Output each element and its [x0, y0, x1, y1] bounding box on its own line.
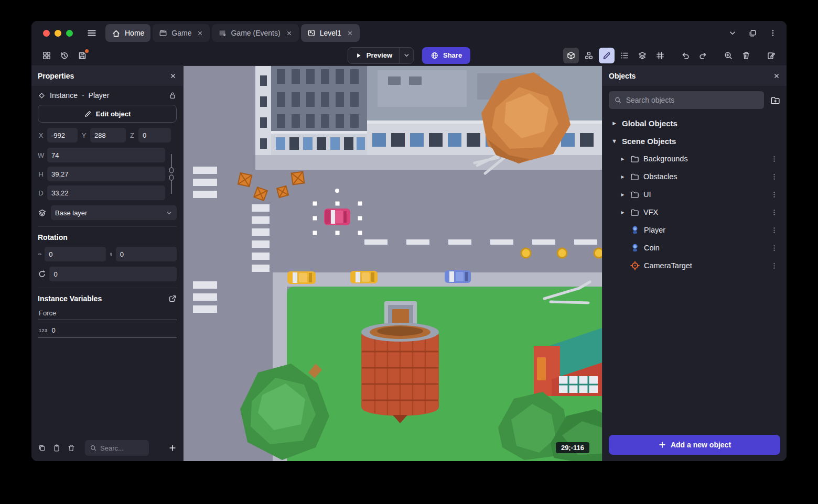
close-window-button[interactable] — [43, 30, 50, 37]
titlebar-right-controls — [728, 29, 777, 38]
folder-backgrounds[interactable]: ▸ Backgrounds — [607, 150, 782, 168]
maximize-window-button[interactable] — [66, 30, 73, 37]
size-rows: W H D — [38, 148, 177, 200]
tab-label: Game (Events) — [231, 29, 280, 37]
zoom-in-button[interactable] — [720, 48, 736, 63]
width-input[interactable] — [47, 148, 165, 162]
tab-close-icon[interactable] — [347, 30, 353, 37]
toolbar-right — [563, 48, 779, 63]
edit-object-button[interactable]: Edit object — [38, 105, 177, 123]
copy-icon[interactable] — [38, 444, 46, 452]
scene-render[interactable] — [184, 66, 602, 461]
toolbar: Preview Share — [31, 45, 787, 66]
object-label: Player — [644, 226, 665, 234]
x-input[interactable] — [47, 128, 78, 143]
tab-level1[interactable]: Level1 — [301, 24, 360, 42]
add-variable-button[interactable] — [168, 444, 177, 452]
keep-ratio-link-icon[interactable] — [166, 148, 177, 200]
close-icon[interactable] — [773, 72, 780, 80]
redo-button[interactable] — [695, 48, 711, 63]
grid-button[interactable] — [652, 48, 668, 63]
preview-button[interactable]: Preview — [348, 47, 414, 64]
kebab-menu-icon[interactable] — [770, 191, 778, 199]
rename-scene-button[interactable] — [763, 48, 779, 63]
tab-close-icon[interactable] — [286, 30, 293, 37]
instances-button[interactable] — [581, 48, 597, 63]
plus-icon — [168, 444, 177, 452]
view-3d-toggle-button[interactable] — [563, 48, 579, 63]
object-camera-target[interactable]: CameraTarget — [607, 257, 782, 275]
save-button[interactable] — [74, 48, 90, 63]
paste-icon[interactable] — [52, 444, 61, 452]
tab-close-icon[interactable] — [197, 30, 203, 37]
y-input[interactable] — [90, 128, 126, 143]
objects-search[interactable] — [609, 91, 764, 109]
depth-input[interactable] — [47, 185, 165, 200]
rotate-z-icon — [38, 269, 46, 279]
rotation-z-input[interactable] — [49, 267, 177, 281]
variable-value-row[interactable]: 123 0 — [38, 325, 177, 338]
layers-button[interactable] — [634, 48, 650, 63]
undo-button[interactable] — [677, 48, 693, 63]
rotation-xy-row — [38, 247, 177, 261]
building-left[interactable] — [255, 66, 367, 155]
tab-game-events[interactable]: Game (Events) — [212, 24, 298, 42]
events-list-button[interactable] — [617, 48, 632, 63]
kebab-menu-icon[interactable] — [770, 244, 778, 252]
objects-panel: Objects ▸ Global Objects ▾ — [602, 66, 787, 461]
layer-select[interactable]: Base layer — [51, 205, 177, 220]
kebab-menu-icon[interactable] — [770, 173, 778, 181]
delete-button[interactable] — [738, 48, 754, 63]
rotation-y-input[interactable] — [116, 247, 177, 261]
variables-search-input[interactable] — [100, 444, 139, 452]
yellow-car-2[interactable] — [350, 271, 378, 283]
menu-icon[interactable] — [87, 28, 97, 38]
chevron-down-icon[interactable] — [728, 29, 737, 37]
kebab-menu-icon[interactable] — [770, 155, 778, 163]
preview-button-main[interactable]: Preview — [348, 48, 399, 63]
object-player[interactable]: Player — [607, 221, 782, 239]
history-button[interactable] — [57, 48, 72, 63]
kebab-menu-icon[interactable] — [769, 29, 777, 37]
variable-type-badge: 123 — [39, 328, 48, 333]
trash-icon[interactable] — [67, 444, 76, 452]
pencil-icon — [84, 110, 92, 118]
objects-search-input[interactable] — [626, 96, 759, 104]
variable-value[interactable]: 0 — [52, 326, 56, 334]
object-coin[interactable]: Coin — [607, 239, 782, 257]
caret-right-icon: ▸ — [611, 119, 618, 127]
add-new-object-button[interactable]: Add a new object — [609, 435, 780, 455]
folder-obstacles[interactable]: ▸ Obstacles — [607, 168, 782, 185]
kebab-menu-icon[interactable] — [770, 226, 778, 234]
minimize-window-button[interactable] — [55, 30, 61, 37]
new-window-icon[interactable] — [748, 29, 757, 38]
tab-game[interactable]: Game — [153, 24, 210, 42]
open-external-icon[interactable] — [168, 294, 177, 303]
preview-dropdown-caret[interactable] — [400, 48, 413, 63]
blue-car[interactable] — [445, 270, 471, 283]
rotation-x-input[interactable] — [45, 247, 105, 261]
yellow-car-1[interactable] — [287, 271, 316, 284]
objects-panel-header: Objects — [602, 66, 787, 86]
player-car[interactable] — [324, 209, 350, 225]
close-icon[interactable] — [169, 72, 177, 80]
height-input[interactable] — [47, 167, 165, 181]
scene-canvas[interactable]: 29;-116 — [184, 66, 602, 461]
folder-ui[interactable]: ▸ UI — [607, 185, 782, 203]
kebab-menu-icon[interactable] — [770, 209, 778, 216]
panels-layout-button[interactable] — [39, 48, 55, 63]
folder-vfx[interactable]: ▸ VFX — [607, 203, 782, 221]
share-button[interactable]: Share — [422, 47, 470, 64]
group-global-objects[interactable]: ▸ Global Objects — [607, 114, 782, 132]
variable-name[interactable]: Force — [38, 308, 177, 320]
z-label: Z — [129, 132, 135, 139]
lock-open-icon[interactable] — [168, 91, 177, 100]
z-input[interactable] — [138, 128, 171, 143]
edit-mode-button[interactable] — [599, 48, 615, 63]
app-window: Home Game Game (Events) Level1 — [31, 21, 787, 461]
add-folder-icon[interactable] — [770, 95, 780, 105]
group-scene-objects[interactable]: ▾ Scene Objects — [607, 132, 782, 150]
variables-search[interactable] — [85, 440, 149, 456]
tab-home[interactable]: Home — [105, 24, 150, 42]
kebab-menu-icon[interactable] — [770, 262, 778, 270]
